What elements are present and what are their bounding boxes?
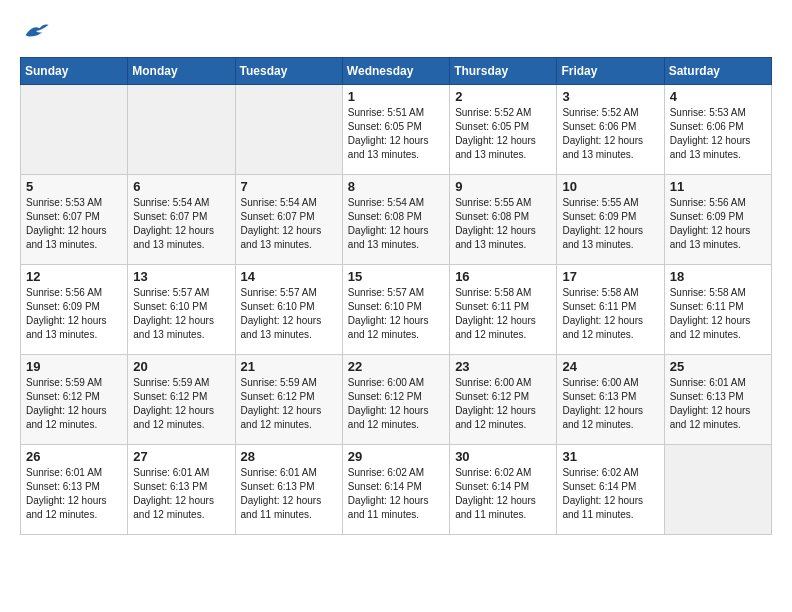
cell-info: Sunrise: 5:54 AMSunset: 6:07 PMDaylight:… xyxy=(241,196,337,252)
logo xyxy=(20,20,50,47)
cell-info: Sunrise: 5:56 AMSunset: 6:09 PMDaylight:… xyxy=(26,286,122,342)
header-row: SundayMondayTuesdayWednesdayThursdayFrid… xyxy=(21,58,772,85)
day-number: 22 xyxy=(348,359,444,374)
cell-info: Sunrise: 5:58 AMSunset: 6:11 PMDaylight:… xyxy=(455,286,551,342)
cell-info: Sunrise: 5:59 AMSunset: 6:12 PMDaylight:… xyxy=(241,376,337,432)
day-number: 15 xyxy=(348,269,444,284)
cell-info: Sunrise: 6:01 AMSunset: 6:13 PMDaylight:… xyxy=(241,466,337,522)
day-number: 17 xyxy=(562,269,658,284)
calendar-cell: 30 Sunrise: 6:02 AMSunset: 6:14 PMDaylig… xyxy=(450,445,557,535)
col-header-tuesday: Tuesday xyxy=(235,58,342,85)
day-number: 4 xyxy=(670,89,766,104)
calendar-cell xyxy=(128,85,235,175)
day-number: 30 xyxy=(455,449,551,464)
cell-info: Sunrise: 5:53 AMSunset: 6:07 PMDaylight:… xyxy=(26,196,122,252)
calendar-cell: 8 Sunrise: 5:54 AMSunset: 6:08 PMDayligh… xyxy=(342,175,449,265)
calendar-cell: 14 Sunrise: 5:57 AMSunset: 6:10 PMDaylig… xyxy=(235,265,342,355)
cell-info: Sunrise: 5:52 AMSunset: 6:06 PMDaylight:… xyxy=(562,106,658,162)
calendar-table: SundayMondayTuesdayWednesdayThursdayFrid… xyxy=(20,57,772,535)
cell-info: Sunrise: 5:55 AMSunset: 6:08 PMDaylight:… xyxy=(455,196,551,252)
calendar-cell: 5 Sunrise: 5:53 AMSunset: 6:07 PMDayligh… xyxy=(21,175,128,265)
cell-info: Sunrise: 5:51 AMSunset: 6:05 PMDaylight:… xyxy=(348,106,444,162)
calendar-cell xyxy=(664,445,771,535)
calendar-cell: 4 Sunrise: 5:53 AMSunset: 6:06 PMDayligh… xyxy=(664,85,771,175)
calendar-cell: 28 Sunrise: 6:01 AMSunset: 6:13 PMDaylig… xyxy=(235,445,342,535)
calendar-cell xyxy=(21,85,128,175)
cell-info: Sunrise: 5:54 AMSunset: 6:07 PMDaylight:… xyxy=(133,196,229,252)
cell-info: Sunrise: 5:57 AMSunset: 6:10 PMDaylight:… xyxy=(348,286,444,342)
cell-info: Sunrise: 5:52 AMSunset: 6:05 PMDaylight:… xyxy=(455,106,551,162)
cell-info: Sunrise: 5:58 AMSunset: 6:11 PMDaylight:… xyxy=(562,286,658,342)
cell-info: Sunrise: 6:02 AMSunset: 6:14 PMDaylight:… xyxy=(562,466,658,522)
calendar-cell: 22 Sunrise: 6:00 AMSunset: 6:12 PMDaylig… xyxy=(342,355,449,445)
week-row-2: 5 Sunrise: 5:53 AMSunset: 6:07 PMDayligh… xyxy=(21,175,772,265)
calendar-cell: 16 Sunrise: 5:58 AMSunset: 6:11 PMDaylig… xyxy=(450,265,557,355)
day-number: 20 xyxy=(133,359,229,374)
cell-info: Sunrise: 5:54 AMSunset: 6:08 PMDaylight:… xyxy=(348,196,444,252)
col-header-thursday: Thursday xyxy=(450,58,557,85)
cell-info: Sunrise: 5:57 AMSunset: 6:10 PMDaylight:… xyxy=(133,286,229,342)
day-number: 23 xyxy=(455,359,551,374)
cell-info: Sunrise: 5:56 AMSunset: 6:09 PMDaylight:… xyxy=(670,196,766,252)
col-header-friday: Friday xyxy=(557,58,664,85)
col-header-monday: Monday xyxy=(128,58,235,85)
day-number: 10 xyxy=(562,179,658,194)
calendar-cell: 20 Sunrise: 5:59 AMSunset: 6:12 PMDaylig… xyxy=(128,355,235,445)
day-number: 8 xyxy=(348,179,444,194)
cell-info: Sunrise: 6:01 AMSunset: 6:13 PMDaylight:… xyxy=(670,376,766,432)
day-number: 27 xyxy=(133,449,229,464)
day-number: 12 xyxy=(26,269,122,284)
day-number: 3 xyxy=(562,89,658,104)
col-header-saturday: Saturday xyxy=(664,58,771,85)
day-number: 7 xyxy=(241,179,337,194)
day-number: 1 xyxy=(348,89,444,104)
cell-info: Sunrise: 6:02 AMSunset: 6:14 PMDaylight:… xyxy=(348,466,444,522)
calendar-cell: 1 Sunrise: 5:51 AMSunset: 6:05 PMDayligh… xyxy=(342,85,449,175)
day-number: 25 xyxy=(670,359,766,374)
page-header xyxy=(20,20,772,47)
cell-info: Sunrise: 5:57 AMSunset: 6:10 PMDaylight:… xyxy=(241,286,337,342)
week-row-4: 19 Sunrise: 5:59 AMSunset: 6:12 PMDaylig… xyxy=(21,355,772,445)
calendar-cell: 15 Sunrise: 5:57 AMSunset: 6:10 PMDaylig… xyxy=(342,265,449,355)
logo-bird-icon xyxy=(22,20,50,42)
day-number: 5 xyxy=(26,179,122,194)
cell-info: Sunrise: 5:59 AMSunset: 6:12 PMDaylight:… xyxy=(133,376,229,432)
calendar-cell: 25 Sunrise: 6:01 AMSunset: 6:13 PMDaylig… xyxy=(664,355,771,445)
day-number: 16 xyxy=(455,269,551,284)
day-number: 29 xyxy=(348,449,444,464)
calendar-cell: 7 Sunrise: 5:54 AMSunset: 6:07 PMDayligh… xyxy=(235,175,342,265)
day-number: 21 xyxy=(241,359,337,374)
cell-info: Sunrise: 5:58 AMSunset: 6:11 PMDaylight:… xyxy=(670,286,766,342)
col-header-wednesday: Wednesday xyxy=(342,58,449,85)
cell-info: Sunrise: 6:01 AMSunset: 6:13 PMDaylight:… xyxy=(133,466,229,522)
calendar-cell: 2 Sunrise: 5:52 AMSunset: 6:05 PMDayligh… xyxy=(450,85,557,175)
cell-info: Sunrise: 5:55 AMSunset: 6:09 PMDaylight:… xyxy=(562,196,658,252)
week-row-5: 26 Sunrise: 6:01 AMSunset: 6:13 PMDaylig… xyxy=(21,445,772,535)
day-number: 6 xyxy=(133,179,229,194)
logo-text xyxy=(20,20,50,47)
calendar-cell: 26 Sunrise: 6:01 AMSunset: 6:13 PMDaylig… xyxy=(21,445,128,535)
day-number: 14 xyxy=(241,269,337,284)
cell-info: Sunrise: 5:53 AMSunset: 6:06 PMDaylight:… xyxy=(670,106,766,162)
day-number: 9 xyxy=(455,179,551,194)
calendar-cell: 27 Sunrise: 6:01 AMSunset: 6:13 PMDaylig… xyxy=(128,445,235,535)
calendar-cell: 31 Sunrise: 6:02 AMSunset: 6:14 PMDaylig… xyxy=(557,445,664,535)
week-row-1: 1 Sunrise: 5:51 AMSunset: 6:05 PMDayligh… xyxy=(21,85,772,175)
calendar-cell: 19 Sunrise: 5:59 AMSunset: 6:12 PMDaylig… xyxy=(21,355,128,445)
calendar-cell: 3 Sunrise: 5:52 AMSunset: 6:06 PMDayligh… xyxy=(557,85,664,175)
cell-info: Sunrise: 6:01 AMSunset: 6:13 PMDaylight:… xyxy=(26,466,122,522)
cell-info: Sunrise: 6:02 AMSunset: 6:14 PMDaylight:… xyxy=(455,466,551,522)
week-row-3: 12 Sunrise: 5:56 AMSunset: 6:09 PMDaylig… xyxy=(21,265,772,355)
day-number: 13 xyxy=(133,269,229,284)
calendar-cell: 23 Sunrise: 6:00 AMSunset: 6:12 PMDaylig… xyxy=(450,355,557,445)
col-header-sunday: Sunday xyxy=(21,58,128,85)
calendar-cell: 9 Sunrise: 5:55 AMSunset: 6:08 PMDayligh… xyxy=(450,175,557,265)
calendar-cell: 11 Sunrise: 5:56 AMSunset: 6:09 PMDaylig… xyxy=(664,175,771,265)
calendar-cell: 10 Sunrise: 5:55 AMSunset: 6:09 PMDaylig… xyxy=(557,175,664,265)
day-number: 2 xyxy=(455,89,551,104)
calendar-cell: 29 Sunrise: 6:02 AMSunset: 6:14 PMDaylig… xyxy=(342,445,449,535)
day-number: 19 xyxy=(26,359,122,374)
day-number: 26 xyxy=(26,449,122,464)
day-number: 31 xyxy=(562,449,658,464)
cell-info: Sunrise: 5:59 AMSunset: 6:12 PMDaylight:… xyxy=(26,376,122,432)
